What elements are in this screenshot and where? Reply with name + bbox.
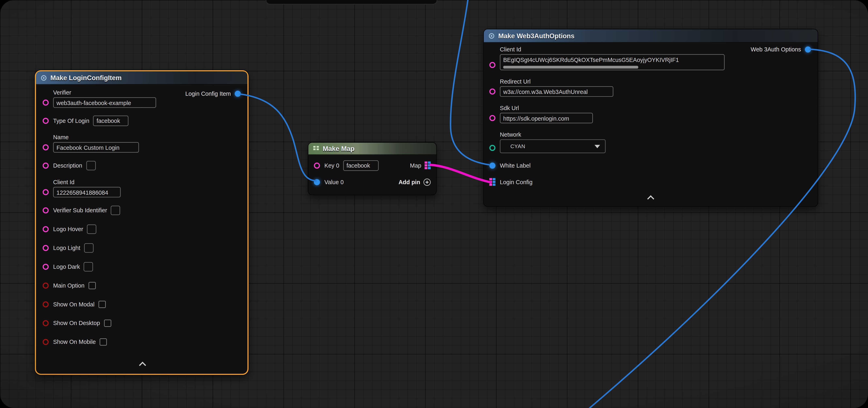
output-web3auth-options: Web 3Auth Options bbox=[751, 46, 811, 53]
name-pin[interactable] bbox=[42, 144, 49, 150]
logo-hover-input[interactable] bbox=[87, 224, 96, 234]
main-option-pin[interactable] bbox=[42, 282, 49, 288]
logo-light-input[interactable] bbox=[84, 243, 93, 252]
white-label-pin[interactable] bbox=[489, 162, 495, 168]
logo-hover-pin[interactable] bbox=[42, 226, 49, 232]
pin-row-verifier-sub-identifier: Verifier Sub Identifier bbox=[42, 205, 242, 216]
logo-dark-label: Logo Dark bbox=[53, 263, 80, 270]
chevron-up-icon bbox=[647, 195, 654, 202]
make-struct-icon bbox=[40, 74, 47, 81]
sdk-url-label: Sdk Url bbox=[500, 104, 593, 112]
node-header-make-loginconfigitem[interactable]: Make LoginConfigItem bbox=[36, 71, 248, 84]
show-on-desktop-pin[interactable] bbox=[42, 320, 49, 326]
verifier-sub-identifier-label: Verifier Sub Identifier bbox=[53, 206, 107, 214]
network-dropdown[interactable]: CYAN bbox=[500, 139, 606, 153]
pin-row-show-on-mobile: Show On Mobile bbox=[42, 336, 242, 347]
verifier-pin[interactable] bbox=[42, 100, 49, 106]
redirect-url-label: Redirect Url bbox=[500, 78, 613, 85]
blueprint-graph-canvas[interactable]: Make LoginConfigItem Login Config Item V… bbox=[0, 0, 868, 408]
value-0-label: Value 0 bbox=[324, 178, 344, 185]
show-on-desktop-checkbox[interactable] bbox=[104, 319, 111, 327]
pin-row-logo-dark: Logo Dark bbox=[42, 261, 242, 272]
collapse-node-button[interactable] bbox=[134, 361, 150, 372]
main-option-checkbox[interactable] bbox=[88, 282, 96, 289]
show-on-mobile-checkbox[interactable] bbox=[100, 338, 107, 345]
client-id-pin[interactable] bbox=[489, 62, 495, 68]
login-config-label: Login Config bbox=[500, 178, 532, 185]
output-label: Login Config Item bbox=[185, 90, 231, 97]
network-label: Network bbox=[500, 131, 606, 138]
add-pin-label: Add pin bbox=[399, 178, 420, 185]
verifier-sub-identifier-pin[interactable] bbox=[42, 207, 49, 213]
redirect-url-input[interactable] bbox=[500, 86, 613, 97]
key-0-label: Key 0 bbox=[324, 162, 339, 169]
pin-row-type-of-login: Type Of Login bbox=[42, 115, 242, 126]
show-on-mobile-label: Show On Mobile bbox=[53, 338, 96, 345]
type-of-login-input[interactable] bbox=[93, 115, 129, 126]
description-pin[interactable] bbox=[42, 162, 49, 168]
node-make-web3authoptions[interactable]: Make Web3AuthOptions Web 3Auth Options C… bbox=[483, 29, 818, 207]
sdk-url-input[interactable] bbox=[500, 113, 593, 123]
chevron-up-icon bbox=[139, 362, 146, 369]
name-label: Name bbox=[53, 134, 139, 141]
pin-row-main-option: Main Option bbox=[42, 280, 242, 291]
node-title: Make LoginConfigItem bbox=[51, 74, 122, 81]
client-id-input[interactable] bbox=[53, 187, 121, 197]
value-0-pin[interactable] bbox=[314, 179, 320, 185]
name-input[interactable] bbox=[53, 142, 139, 152]
pin-row-network: Network CYAN bbox=[489, 131, 812, 153]
client-id-field[interactable]: BEgIQSgt4cUWcj6SKRdu5QkOXTsePmMcusG5EAoy… bbox=[500, 54, 724, 70]
node-header-make-web3authoptions[interactable]: Make Web3AuthOptions bbox=[484, 29, 817, 43]
client-id-pin[interactable] bbox=[42, 189, 49, 195]
wire-map-to-login-config[interactable] bbox=[430, 165, 492, 182]
chevron-down-icon bbox=[594, 144, 600, 148]
show-on-modal-pin[interactable] bbox=[42, 301, 49, 307]
description-label: Description bbox=[53, 162, 82, 169]
type-of-login-label: Type Of Login bbox=[53, 117, 89, 124]
collapse-node-button[interactable] bbox=[643, 195, 659, 204]
logo-light-pin[interactable] bbox=[42, 245, 49, 251]
logo-dark-pin[interactable] bbox=[42, 264, 49, 270]
key-0-pin[interactable] bbox=[314, 162, 320, 168]
pin-row-name: Name bbox=[42, 134, 242, 152]
pin-row-value-0: Value 0 Add pin + bbox=[314, 176, 431, 188]
node-make-loginconfigitem[interactable]: Make LoginConfigItem Login Config Item V… bbox=[35, 70, 249, 375]
network-pin[interactable] bbox=[489, 145, 495, 151]
client-id-scrollbar[interactable] bbox=[503, 66, 638, 69]
wire-login-config-item-to-value-0[interactable] bbox=[240, 94, 317, 181]
client-id-label: Client Id bbox=[500, 46, 724, 53]
show-on-modal-label: Show On Modal bbox=[53, 301, 94, 308]
pin-row-show-on-desktop: Show On Desktop bbox=[42, 317, 242, 329]
type-of-login-pin[interactable] bbox=[42, 117, 49, 124]
verifier-input[interactable] bbox=[53, 97, 156, 108]
output-login-config-item: Login Config Item bbox=[185, 90, 241, 97]
pin-row-key-0: Key 0 Map bbox=[314, 160, 431, 171]
pin-row-client-id: Client Id bbox=[42, 178, 242, 197]
verifier-label: Verifier bbox=[53, 89, 156, 96]
node-title: Make Web3AuthOptions bbox=[498, 32, 575, 39]
pin-row-description: Description bbox=[42, 160, 242, 171]
node-make-map[interactable]: Make Map Key 0 Map Value 0 Add pin bbox=[308, 142, 437, 195]
main-option-label: Main Option bbox=[53, 282, 85, 289]
key-0-input[interactable] bbox=[343, 160, 379, 171]
node-body: Verifier Type Of Login Name bbox=[36, 84, 248, 374]
map-output-label: Map bbox=[410, 162, 421, 169]
pin-row-white-label: White Label bbox=[489, 160, 812, 171]
logo-light-label: Logo Light bbox=[53, 244, 80, 251]
offscreen-node-partial[interactable] bbox=[266, 0, 437, 4]
sdk-url-pin[interactable] bbox=[489, 115, 495, 121]
make-struct-icon bbox=[488, 32, 495, 39]
redirect-url-pin[interactable] bbox=[489, 89, 495, 95]
show-on-modal-checkbox[interactable] bbox=[98, 301, 106, 308]
logo-dark-input[interactable] bbox=[84, 262, 93, 271]
pin-row-redirect-url: Redirect Url bbox=[489, 78, 812, 97]
show-on-mobile-pin[interactable] bbox=[42, 339, 49, 345]
description-input[interactable] bbox=[86, 161, 95, 170]
white-label-label: White Label bbox=[500, 162, 531, 169]
client-id-label: Client Id bbox=[53, 178, 121, 186]
verifier-sub-identifier-input[interactable] bbox=[111, 205, 120, 215]
add-pin-button[interactable]: + bbox=[424, 178, 431, 185]
node-header-make-map[interactable]: Make Map bbox=[308, 143, 436, 155]
output-label: Web 3Auth Options bbox=[751, 46, 801, 53]
pin-row-sdk-url: Sdk Url bbox=[489, 104, 812, 123]
